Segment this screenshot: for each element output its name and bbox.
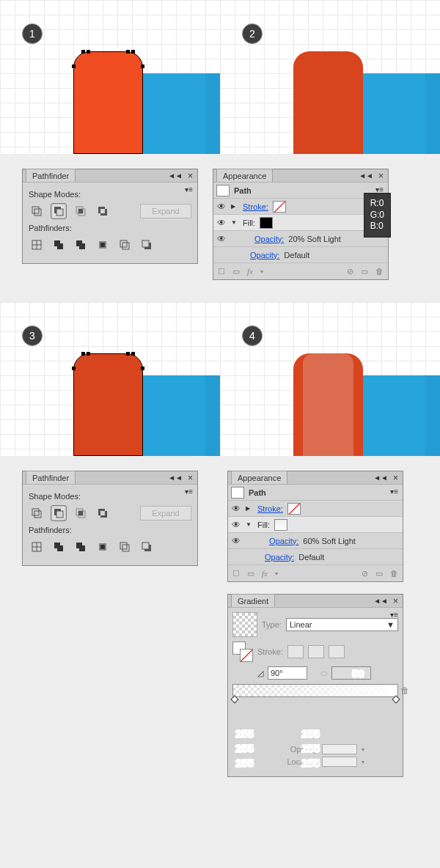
minus-front-icon[interactable] [51, 505, 67, 521]
no-fill-icon[interactable]: ☐ [232, 569, 240, 578]
panel-collapse-icon[interactable]: ◄◄ [359, 172, 373, 180]
visibility-toggle[interactable]: 👁 [231, 504, 241, 514]
panel-collapse-icon[interactable]: ◄◄ [373, 597, 388, 605]
unite-icon[interactable] [29, 203, 45, 219]
fill-swatch[interactable] [260, 217, 273, 229]
opacity-label[interactable]: Opacity: [250, 251, 279, 260]
panel-menu-icon[interactable]: ▾≡ [390, 611, 398, 619]
rect-icon[interactable]: ▭ [247, 569, 254, 578]
svg-rect-1 [34, 209, 41, 216]
appearance-tab[interactable]: Appearance [216, 169, 273, 182]
visibility-toggle[interactable]: 👁 [216, 234, 227, 244]
intersect-icon[interactable] [73, 505, 89, 521]
pathfinder-panel: Pathfinder ◄◄ × ▾≡ Shape Modes: Expand P… [22, 471, 198, 566]
outline-icon[interactable] [117, 237, 133, 253]
panel-close-icon[interactable]: × [393, 596, 398, 606]
fill-stroke-swap[interactable] [232, 641, 253, 662]
expand-fill[interactable]: ▼ [231, 219, 238, 226]
merge-icon[interactable] [73, 237, 89, 253]
rgb-g: G:0 [370, 210, 384, 221]
gradient-preview[interactable] [232, 612, 257, 637]
intersect-icon[interactable] [73, 203, 89, 219]
shape-modes-label: Shape Modes: [29, 492, 191, 501]
stroke-align-3[interactable] [329, 645, 345, 658]
expand-stroke[interactable]: ▶ [246, 505, 253, 512]
svg-rect-0 [32, 207, 39, 213]
minus-front-icon[interactable] [51, 203, 67, 219]
divide-icon[interactable] [29, 539, 45, 555]
expand-fill[interactable]: ▼ [246, 521, 253, 528]
crop-icon[interactable] [95, 539, 111, 555]
svg-rect-27 [78, 511, 83, 515]
fill-swatch-gradient[interactable] [274, 519, 287, 531]
panel-close-icon[interactable]: × [188, 171, 193, 181]
expand-stroke[interactable]: ▶ [231, 203, 238, 210]
divide-icon[interactable] [29, 237, 45, 253]
panel-close-icon[interactable]: × [378, 171, 384, 181]
gradient-slider[interactable]: 🗑 [232, 684, 398, 697]
no-fill-icon[interactable]: ☐ [218, 267, 225, 276]
grad-opacity-input[interactable] [322, 744, 357, 754]
panel-collapse-icon[interactable]: ◄◄ [168, 474, 183, 482]
stroke-swatch[interactable] [287, 503, 301, 515]
stroke-align-1[interactable] [287, 645, 304, 658]
panel-close-icon[interactable]: × [393, 473, 398, 483]
pathfinder-tab[interactable]: Pathfinder [26, 169, 76, 182]
svg-rect-16 [100, 243, 105, 247]
trash-icon[interactable]: 🗑 [375, 267, 384, 276]
grad-location-input[interactable] [322, 757, 357, 767]
minus-back-icon[interactable] [139, 539, 155, 555]
rect-icon[interactable]: ▭ [232, 267, 240, 276]
crop-icon[interactable] [95, 237, 111, 253]
stroke-label[interactable]: Stroke: [243, 202, 268, 211]
minus-back-icon[interactable] [139, 237, 155, 253]
trim-icon[interactable] [51, 237, 67, 253]
panel-menu-icon[interactable]: ▾≡ [390, 488, 398, 496]
fx-button[interactable]: fx [262, 569, 268, 578]
gradient-stop-right[interactable] [392, 695, 400, 703]
appearance-tab[interactable]: Appearance [231, 471, 287, 484]
clear-icon[interactable]: ⊘ [362, 569, 368, 578]
angle-icon: ◿ [257, 669, 263, 678]
new-icon[interactable]: ▭ [375, 569, 383, 578]
opacity-label[interactable]: Opacity: [265, 553, 294, 562]
svg-rect-9 [100, 209, 105, 213]
merge-icon[interactable] [73, 539, 89, 555]
fx-button[interactable]: fx [247, 267, 253, 276]
visibility-toggle[interactable]: 👁 [231, 520, 241, 530]
panel-close-icon[interactable]: × [188, 473, 193, 483]
opacity-label[interactable]: Opacity: [269, 537, 298, 545]
expand-button: Expand [140, 204, 191, 218]
panel-collapse-icon[interactable]: ◄◄ [168, 172, 183, 180]
step-badge-1: 1 [22, 23, 43, 44]
path-label: Path [249, 488, 266, 497]
stroke-label[interactable]: Stroke: [257, 504, 283, 513]
gradient-type-select[interactable]: Linear▼ [286, 618, 398, 631]
visibility-toggle[interactable]: 👁 [216, 218, 227, 228]
aspect-annotation: 50 [352, 667, 364, 680]
stroke-swatch[interactable] [273, 201, 286, 213]
new-icon[interactable]: ▭ [361, 267, 368, 276]
blue-rect [352, 73, 440, 154]
pathfinder-tab[interactable]: Pathfinder [26, 471, 76, 484]
orange-shape [73, 51, 143, 154]
visibility-toggle[interactable]: 👁 [216, 202, 227, 212]
gradient-tab[interactable]: Gradient [231, 594, 275, 607]
exclude-icon[interactable] [95, 505, 111, 521]
trash-icon[interactable]: 🗑 [390, 569, 398, 578]
delete-stop-icon[interactable]: 🗑 [400, 685, 409, 696]
panel-menu-icon[interactable]: ▾≡ [185, 488, 193, 496]
exclude-icon[interactable] [95, 203, 111, 219]
angle-input[interactable]: 90° [268, 666, 307, 680]
opacity-label[interactable]: Opacity: [254, 235, 284, 243]
panel-menu-icon[interactable]: ▾≡ [185, 185, 193, 194]
stroke-align-2[interactable] [308, 645, 324, 658]
svg-rect-6 [78, 209, 83, 213]
clear-icon[interactable]: ⊘ [347, 267, 353, 276]
trim-icon[interactable] [51, 539, 67, 555]
panel-collapse-icon[interactable]: ◄◄ [373, 474, 388, 482]
visibility-toggle[interactable]: 👁 [231, 536, 241, 546]
rgb-b: B:0 [370, 221, 384, 232]
outline-icon[interactable] [117, 539, 133, 555]
unite-icon[interactable] [29, 505, 45, 521]
